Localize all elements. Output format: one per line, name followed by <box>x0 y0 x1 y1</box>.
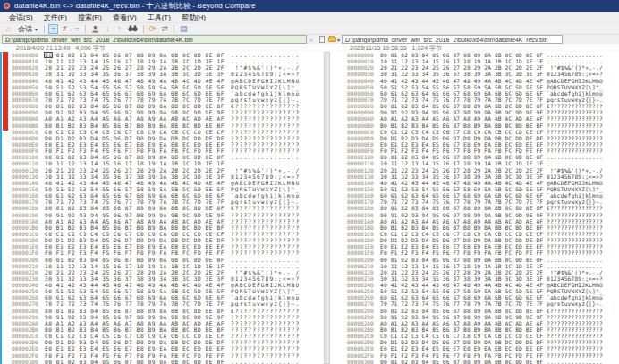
previous-difference-button[interactable]: ↑ <box>114 24 124 34</box>
hex-row[interactable]: 000002F0F0 F1 F2 F3 F4 F5 F6 F7 F8 F9 FA… <box>347 352 589 359</box>
hex-row[interactable]: 0000007070 71 72 73 74 75 76 77 78 79 7A… <box>12 97 303 103</box>
hex-row[interactable]: 000002B0B0 B1 B2 B3 B4 B5 B6 B7 B8 B9 BA… <box>347 326 589 333</box>
menu-item-session[interactable]: 会话(S) <box>4 13 38 22</box>
menu-item-file[interactable]: 文件(F) <box>38 13 72 22</box>
hex-row[interactable]: 0000025050 51 52 53 54 55 56 57 58 59 5A… <box>12 288 303 294</box>
hex-row[interactable]: 0000006060 61 62 63 64 65 66 67 68 69 6A… <box>12 90 303 97</box>
hex-row[interactable]: 0000012020 21 22 23 24 25 26 27 28 29 2A… <box>12 167 303 174</box>
title-bar[interactable]: datafile4K.bin <-> datafile4K_recv.bin -… <box>0 0 619 12</box>
hex-row[interactable]: 000000F0F0 F1 F2 F3 F4 F5 F6 F7 F8 F9 FA… <box>12 148 303 154</box>
hex-row[interactable]: 0000008080 81 82 83 84 85 86 87 88 89 8A… <box>347 103 589 109</box>
hex-row[interactable]: 000000A0A0 A1 A2 A3 A4 A5 A6 A7 A8 A9 AA… <box>347 115 589 122</box>
hex-row[interactable]: 0000002020 21 22 23 24 25 26 27 28 29 2A… <box>12 64 303 71</box>
hex-row[interactable]: 000002E0E0 E1 E2 E3 E4 E5 E6 E7 E8 E9 EA… <box>12 345 303 351</box>
hex-row[interactable]: 0000029090 91 92 93 94 95 96 97 98 99 9A… <box>12 314 303 320</box>
hex-row[interactable]: 000002C0C0 C1 C2 C3 C4 C5 C6 C7 C8 C9 CA… <box>12 333 303 339</box>
menu-item-tools[interactable]: 工具(T) <box>142 13 176 22</box>
vertical-scrollbar[interactable] <box>324 52 330 364</box>
hex-row[interactable]: 000000E0E0 E1 E2 E3 E4 E5 E6 E7 E8 E9 EA… <box>12 141 303 148</box>
swap-sides-button[interactable]: ⇄ <box>160 24 171 34</box>
hex-row[interactable]: 000001E0E0 E1 E2 E3 E4 E5 E6 E7 E8 E9 EA… <box>12 243 303 250</box>
menu-item-view[interactable]: 查看(V) <box>107 13 142 22</box>
hex-row[interactable]: 0000027070 71 72 73 74 75 76 77 78 79 7A… <box>347 301 589 307</box>
hex-row[interactable]: 0000011010 11 12 13 14 15 16 17 18 19 1A… <box>347 160 589 166</box>
browse-folder-button[interactable]: ▾ <box>327 35 341 44</box>
hex-row[interactable]: 000001F0F0 F1 F2 F3 F4 F5 F6 F7 F8 F9 FA… <box>12 250 303 256</box>
hex-row[interactable]: 0000018080 81 82 83 84 85 86 87 88 89 8A… <box>12 205 303 211</box>
hex-row[interactable]: 0000023030 31 32 33 34 35 36 37 38 39 3A… <box>347 275 589 282</box>
hex-row[interactable]: 000001C0C0 C1 C2 C3 C4 C5 C6 C7 C8 C9 CA… <box>347 231 589 237</box>
hex-row[interactable]: 000001A0A0 A1 A2 A3 A4 A5 A6 A7 A8 A9 AA… <box>12 218 303 224</box>
hex-row[interactable]: 0000028080 81 82 83 84 85 86 87 88 89 8A… <box>12 308 303 314</box>
open-session-home-icon[interactable]: ⌂ <box>4 24 13 34</box>
hex-row[interactable]: 0000020000 01 02 03 04 05 06 07 08 09 0A… <box>347 257 589 263</box>
hex-row[interactable]: 0000010000 01 02 03 04 05 06 07 08 09 0A… <box>12 154 303 160</box>
find-binoculars-icon[interactable] <box>126 24 140 34</box>
hex-row[interactable]: 0000001010 11 12 13 14 15 16 17 18 19 1A… <box>347 58 589 64</box>
hex-row[interactable]: 0000030000 01 02 03 04 05 06 07 08 09 0A… <box>12 359 303 364</box>
hex-row[interactable]: 000000E0E0 E1 E2 E3 E4 E5 E6 E7 E8 E9 EA… <box>347 141 589 148</box>
hex-row[interactable]: 0000003030 31 32 33 34 35 36 37 38 39 3A… <box>12 71 303 77</box>
hex-row[interactable]: 0000029090 91 92 93 94 95 96 97 98 99 9A… <box>347 314 589 320</box>
left-hex-pane[interactable]: 0000000000 01 02 03 04 05 06 07 08 09 0A… <box>12 52 303 364</box>
left-path-input[interactable]: D:\pango\pdma_driver_win_src_2018_2\buil… <box>2 35 307 44</box>
hex-row[interactable]: 0000026060 61 62 63 64 65 66 67 68 69 6A… <box>347 294 589 301</box>
hex-row[interactable]: 0000030000 01 02 03 04 05 06 07 08 09 0A… <box>347 359 589 364</box>
hex-row[interactable]: 0000011010 11 12 13 14 15 16 17 18 19 1A… <box>12 160 303 166</box>
hex-row[interactable]: 0000017070 71 72 73 74 75 76 77 78 79 7A… <box>12 199 303 205</box>
right-hex-pane[interactable]: 0000000000 01 02 03 04 05 06 07 08 09 0A… <box>347 52 589 364</box>
hex-row[interactable]: 000001C0C0 C1 C2 C3 C4 C5 C6 C7 C8 C9 CA… <box>12 231 303 237</box>
hex-row[interactable]: 0000002020 21 22 23 24 25 26 27 28 29 2A… <box>347 64 589 71</box>
hex-row[interactable]: 0000010000 01 02 03 04 05 06 07 08 09 0A… <box>347 154 589 160</box>
hex-row[interactable]: 0000025050 51 52 53 54 55 56 57 58 59 5A… <box>347 288 589 294</box>
hex-row[interactable]: 0000007070 71 72 73 74 75 76 77 78 79 7A… <box>347 97 589 103</box>
hex-row[interactable]: 000000A0A0 A1 A2 A3 A4 A5 A6 A7 A8 A9 AA… <box>12 115 303 122</box>
hex-row[interactable]: 000000C0C0 C1 C2 C3 C4 C5 C6 C7 C8 C9 CA… <box>347 129 589 135</box>
hex-row[interactable]: 0000016060 61 62 63 64 65 66 67 68 69 6A… <box>12 192 303 199</box>
hex-row[interactable]: 0000006060 61 62 63 64 65 66 67 68 69 6A… <box>347 90 589 97</box>
hex-row[interactable]: 000000D0D0 D1 D2 D3 D4 D5 D6 D7 D8 D9 DA… <box>12 135 303 141</box>
hex-row[interactable]: 000002C0C0 C1 C2 C3 C4 C5 C6 C7 C8 C9 CA… <box>347 333 589 339</box>
hex-row[interactable]: 0000013030 31 32 33 34 35 36 37 38 39 3A… <box>12 174 303 180</box>
hex-row[interactable]: 000001D0D0 D1 D2 D3 D4 D5 D6 D7 D8 D9 DA… <box>347 237 589 243</box>
hex-row[interactable]: 000001B0B0 B1 B2 B3 B4 B5 B6 B7 B8 B9 BA… <box>347 224 589 231</box>
hex-row[interactable]: 0000014040 41 42 43 44 45 46 47 48 49 4A… <box>347 180 589 186</box>
hex-row[interactable]: 0000015050 51 52 53 54 55 56 57 58 59 5A… <box>347 186 589 192</box>
hex-row[interactable]: 000001B0B0 B1 B2 B3 B4 B5 B6 B7 B8 B9 BA… <box>12 224 303 231</box>
hex-row[interactable]: 000001F0F0 F1 F2 F3 F4 F5 F6 F7 F8 F9 FA… <box>347 250 589 256</box>
hex-row[interactable]: 0000024040 41 42 43 44 45 46 47 48 49 4A… <box>347 282 589 288</box>
show-differences-button[interactable]: ≠ <box>60 24 70 34</box>
hex-row[interactable]: 000000C0C0 C1 C2 C3 C4 C5 C6 C7 C8 C9 CA… <box>12 129 303 135</box>
hex-row[interactable]: 000002F0F0 F1 F2 F3 F4 F5 F6 F7 F8 F9 FA… <box>12 352 303 359</box>
show-same-button[interactable]: = <box>72 24 81 34</box>
hex-row[interactable]: 000002A0A0 A1 A2 A3 A4 A5 A6 A7 A8 A9 AA… <box>12 320 303 326</box>
menu-item-help[interactable]: 帮助(H) <box>176 13 211 22</box>
hex-row[interactable]: 000000D0D0 D1 D2 D3 D4 D5 D6 D7 D8 D9 DA… <box>347 135 589 141</box>
hex-row[interactable]: 0000000000 01 02 03 04 05 06 07 08 09 0A… <box>347 52 589 58</box>
hex-row[interactable]: 0000005050 51 52 53 54 55 56 57 58 59 5A… <box>347 84 589 90</box>
hex-row[interactable]: 0000004040 41 42 43 44 45 46 47 48 49 4A… <box>347 78 589 84</box>
hex-row[interactable]: 0000001010 11 12 13 14 15 16 17 18 19 1A… <box>12 58 303 64</box>
hex-row[interactable]: 0000022020 21 22 23 24 25 26 27 28 29 2A… <box>12 269 303 275</box>
hex-row[interactable]: 000002E0E0 E1 E2 E3 E4 E5 E6 E7 E8 E9 EA… <box>347 345 589 351</box>
hex-row[interactable]: 0000028080 81 82 83 84 85 86 87 88 89 8A… <box>347 308 589 314</box>
hex-row[interactable]: 0000016060 61 62 63 64 65 66 67 68 69 6A… <box>347 192 589 199</box>
hex-row[interactable]: 0000012020 21 22 23 24 25 26 27 28 29 2A… <box>347 167 589 174</box>
hex-row[interactable]: 0000027070 71 72 73 74 75 76 77 78 79 7A… <box>12 301 303 307</box>
hex-row[interactable]: 0000019090 91 92 93 94 95 96 97 98 99 9A… <box>347 212 589 218</box>
hex-row[interactable]: 0000017070 71 72 73 74 75 76 77 78 79 7A… <box>347 199 589 205</box>
right-path-input[interactable]: D:\pango\pdma_driver_win_src_2018_2\buil… <box>342 35 563 44</box>
hex-row[interactable]: 000000B0B0 B1 B2 B3 B4 B5 B6 B7 B8 B9 BA… <box>347 123 589 129</box>
left-path-dropdown-icon[interactable]: ⌄ <box>309 36 313 42</box>
hex-row[interactable]: 0000009090 91 92 93 94 95 96 97 98 99 9A… <box>347 109 589 115</box>
file-format-button[interactable] <box>317 35 326 44</box>
hex-row[interactable]: 000001A0A0 A1 A2 A3 A4 A5 A6 A7 A8 A9 AA… <box>347 218 589 224</box>
show-all-button[interactable]: = <box>48 24 58 34</box>
hex-row[interactable]: 0000004040 41 42 43 44 45 46 47 48 49 4A… <box>12 78 303 84</box>
hex-row[interactable]: 0000021010 11 12 13 14 15 16 17 18 19 1A… <box>347 263 589 269</box>
hex-row[interactable]: 000002D0D0 D1 D2 D3 D4 D5 D6 D7 D8 D9 DA… <box>347 339 589 345</box>
hex-row[interactable]: 0000026060 61 62 63 64 65 66 67 68 69 6A… <box>12 294 303 301</box>
refresh-button[interactable]: ⟳ <box>148 24 158 34</box>
hex-row[interactable]: 0000022020 21 22 23 24 25 26 27 28 29 2A… <box>347 269 589 275</box>
hex-row[interactable]: 0000003030 31 32 33 34 35 36 37 38 39 3A… <box>347 71 589 77</box>
